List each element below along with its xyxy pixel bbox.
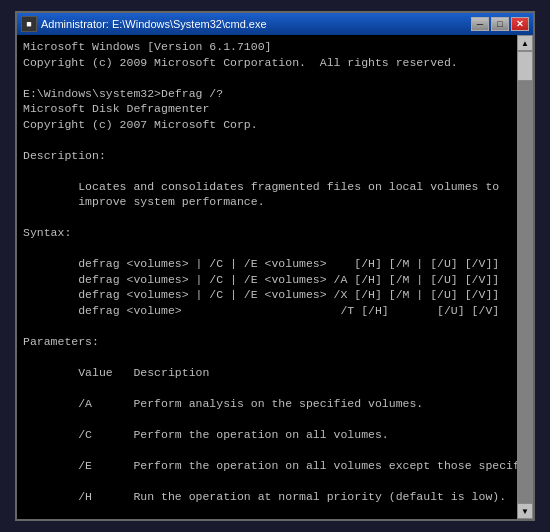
scrollbar[interactable]: ▲ ▼ xyxy=(517,35,533,519)
title-bar: ■ Administrator: E:\Windows\System32\cmd… xyxy=(17,13,533,35)
console-output: Microsoft Windows [Version 6.1.7100] Cop… xyxy=(17,35,517,519)
content-area: Microsoft Windows [Version 6.1.7100] Cop… xyxy=(17,35,533,519)
close-button[interactable]: ✕ xyxy=(511,17,529,31)
title-buttons: ─ □ ✕ xyxy=(471,17,529,31)
window-icon: ■ xyxy=(21,16,37,32)
title-bar-left: ■ Administrator: E:\Windows\System32\cmd… xyxy=(21,16,267,32)
cmd-window: ■ Administrator: E:\Windows\System32\cmd… xyxy=(15,11,535,521)
window-title: Administrator: E:\Windows\System32\cmd.e… xyxy=(41,18,267,30)
scroll-down-button[interactable]: ▼ xyxy=(517,503,533,519)
maximize-button[interactable]: □ xyxy=(491,17,509,31)
scroll-track xyxy=(517,51,533,503)
minimize-button[interactable]: ─ xyxy=(471,17,489,31)
scroll-up-button[interactable]: ▲ xyxy=(517,35,533,51)
scroll-thumb[interactable] xyxy=(517,51,533,81)
console-text-block: Microsoft Windows [Version 6.1.7100] Cop… xyxy=(23,39,511,519)
